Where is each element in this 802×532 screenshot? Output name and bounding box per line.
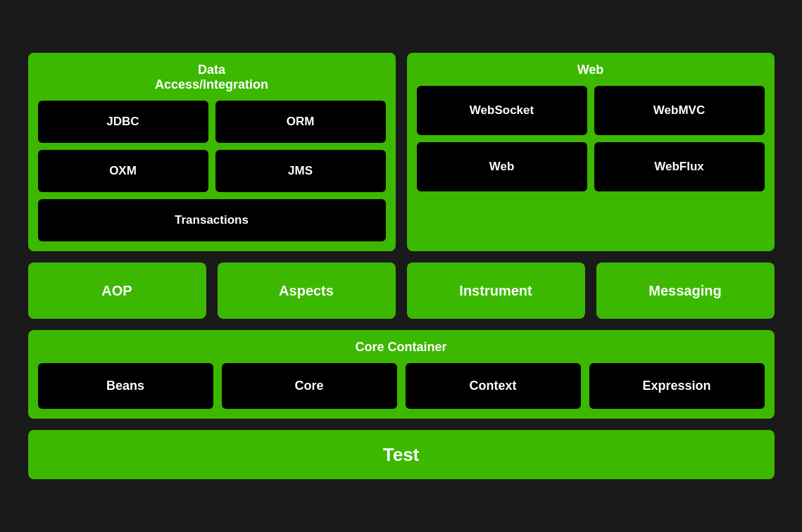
top-row: Data Access/Integration JDBC ORM OXM JMS… xyxy=(28,53,775,251)
context-box: Context xyxy=(406,363,581,409)
webflux-box: WebFlux xyxy=(594,142,765,191)
messaging-box: Messaging xyxy=(596,262,775,319)
middle-row: AOP Aspects Instrument Messaging xyxy=(28,262,775,319)
data-access-integration-section: Data Access/Integration JDBC ORM OXM JMS… xyxy=(28,53,396,251)
aspects-box: Aspects xyxy=(218,262,396,319)
oxm-box: OXM xyxy=(38,150,208,192)
web-section: Web WebSocket WebMVC Web WebFlux xyxy=(407,53,775,251)
instrument-box: Instrument xyxy=(407,262,585,319)
transactions-box: Transactions xyxy=(38,199,386,241)
web-grid: WebSocket WebMVC Web WebFlux xyxy=(417,86,765,191)
core-box: Core xyxy=(222,363,397,409)
orm-box: ORM xyxy=(215,101,386,143)
websocket-box: WebSocket xyxy=(417,86,587,135)
core-container-label: Core Container xyxy=(38,340,765,355)
beans-box: Beans xyxy=(38,363,213,409)
test-section: Test xyxy=(28,430,775,479)
webmvc-box: WebMVC xyxy=(594,86,765,135)
core-container-grid: Beans Core Context Expression xyxy=(38,363,765,409)
core-container-section: Core Container Beans Core Context Expres… xyxy=(28,330,775,419)
data-access-grid: JDBC ORM OXM JMS Transactions xyxy=(38,101,386,241)
expression-box: Expression xyxy=(589,363,765,409)
data-access-label: Data Access/Integration xyxy=(38,63,386,92)
web-label: Web xyxy=(417,63,765,77)
spring-framework-diagram: Data Access/Integration JDBC ORM OXM JMS… xyxy=(14,39,789,493)
jms-box: JMS xyxy=(215,150,386,192)
web-box: Web xyxy=(417,142,587,191)
aop-box: AOP xyxy=(28,262,206,319)
jdbc-box: JDBC xyxy=(38,101,208,143)
